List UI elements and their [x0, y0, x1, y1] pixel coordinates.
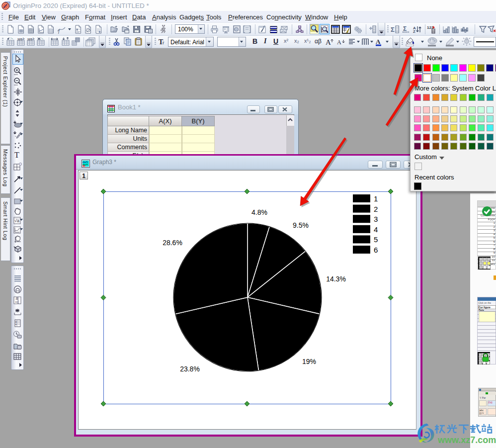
- svg-text:T: T: [14, 151, 19, 159]
- svg-text:Σ: Σ: [391, 26, 395, 33]
- svg-text:Σ: Σ: [403, 25, 407, 32]
- svg-text:+C: +C: [15, 300, 19, 304]
- svg-text:A: A: [376, 38, 381, 45]
- svg-text:123: 123: [27, 38, 33, 41]
- svg-text:+: +: [15, 323, 17, 326]
- svg-text:123: 123: [17, 38, 23, 41]
- svg-text:r: r: [163, 40, 165, 45]
- svg-text:√a: √a: [14, 218, 19, 223]
- svg-text:Z: Z: [413, 29, 415, 34]
- svg-text:A: A: [337, 39, 341, 46]
- svg-text:A: A: [326, 38, 331, 46]
